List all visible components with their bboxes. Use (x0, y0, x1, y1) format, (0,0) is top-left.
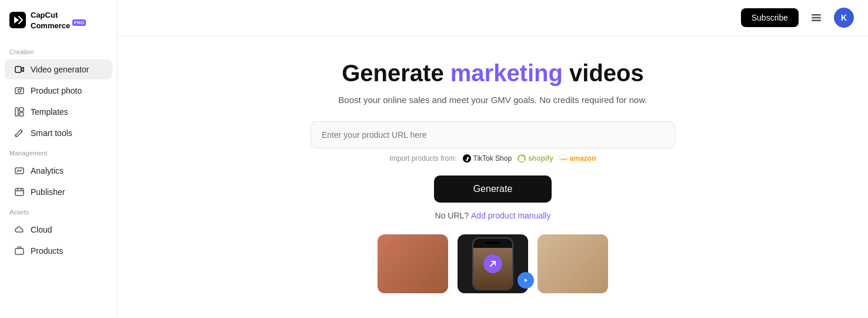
preview-card-2-wrapper (458, 234, 528, 293)
tools-icon (14, 128, 25, 138)
logo-icon (9, 12, 26, 28)
tiktok-label: TikTok Shop (473, 154, 512, 163)
no-url-text: No URL? (435, 211, 469, 220)
sidebar-item-label: Smart tools (31, 128, 72, 138)
shopify-icon (518, 154, 526, 163)
no-url-row: No URL? Add product manually (435, 211, 551, 220)
svg-rect-1 (15, 67, 21, 72)
play-icon (522, 277, 529, 284)
sidebar-item-label: Analytics (31, 166, 64, 175)
sidebar-item-video-generator[interactable]: Video generator (5, 59, 112, 80)
hero-title: Generate marketing videos (342, 59, 644, 87)
url-input[interactable] (311, 121, 675, 148)
svg-rect-2 (15, 88, 24, 94)
svg-rect-5 (15, 108, 18, 116)
generate-button[interactable]: Generate (434, 175, 552, 203)
cloud-icon (14, 224, 25, 235)
svg-text:amzn: amzn (560, 157, 567, 161)
amazon-platform: amzn amazon (559, 154, 596, 163)
add-manually-link[interactable]: Add product manually (471, 211, 550, 220)
pro-badge: PRO (72, 19, 86, 26)
svg-rect-14 (812, 20, 821, 22)
hero-title-accent: marketing (450, 60, 563, 86)
svg-rect-13 (812, 17, 821, 19)
hero-title-part2: videos (563, 60, 644, 86)
svg-rect-10 (15, 188, 24, 196)
svg-rect-12 (812, 14, 821, 16)
phone-notch (486, 241, 500, 244)
section-creation: Creation (0, 42, 117, 59)
sidebar-item-label: Templates (31, 107, 68, 117)
amazon-icon: amzn (559, 154, 567, 163)
arrow-icon (489, 260, 497, 268)
svg-point-3 (18, 90, 21, 92)
sidebar-item-analytics[interactable]: Analytics (5, 161, 112, 181)
sidebar-item-products[interactable]: Products (5, 241, 112, 261)
hero-section: Generate marketing videos Boost your onl… (118, 36, 868, 305)
layout-button[interactable] (806, 7, 827, 28)
sidebar-item-label: Products (31, 246, 63, 256)
svg-point-8 (16, 135, 17, 137)
hero-subtitle: Boost your online sales and meet your GM… (338, 95, 647, 105)
sidebar-item-product-photo[interactable]: Product photo (5, 81, 112, 101)
sidebar-item-cloud[interactable]: Cloud (5, 220, 112, 240)
shopify-label: shopify (528, 154, 553, 163)
sidebar-item-label: Cloud (31, 225, 52, 234)
products-icon (14, 246, 25, 256)
app-logo: CapCutCommerce PRO (0, 0, 117, 42)
sidebar-item-label: Publisher (31, 187, 65, 197)
analytics-icon (14, 165, 25, 176)
sidebar-item-publisher[interactable]: Publisher (5, 182, 112, 202)
purple-badge (483, 254, 502, 273)
svg-rect-6 (19, 108, 24, 111)
templates-icon (14, 107, 25, 117)
tiktok-shop-platform: TikTok Shop (463, 154, 512, 163)
amazon-label: amazon (570, 154, 596, 163)
main-content: Subscribe K Generate marketing videos Bo… (118, 0, 868, 318)
hero-title-part1: Generate (342, 60, 450, 86)
section-management: Management (0, 144, 117, 160)
preview-strip (366, 234, 620, 293)
import-row: Import products from: TikTok Shop shopif… (390, 154, 596, 163)
preview-card-1 (378, 234, 448, 293)
user-avatar[interactable]: K (834, 8, 854, 28)
video-icon (14, 64, 25, 75)
topbar: Subscribe K (118, 0, 868, 36)
blue-badge (518, 272, 534, 289)
url-input-wrapper (311, 121, 675, 148)
sidebar: CapCutCommerce PRO Creation Video genera… (0, 0, 118, 318)
svg-point-4 (21, 88, 22, 90)
sidebar-item-smart-tools[interactable]: Smart tools (5, 123, 112, 143)
sidebar-item-templates[interactable]: Templates (5, 102, 112, 122)
shopify-platform: shopify (518, 154, 553, 163)
sidebar-item-label: Product photo (31, 86, 82, 95)
tiktok-icon (463, 154, 471, 163)
section-assets: Assets (0, 203, 117, 219)
sidebar-item-label: Video generator (31, 65, 89, 74)
svg-rect-7 (19, 112, 24, 116)
subscribe-button[interactable]: Subscribe (741, 8, 799, 27)
publisher-icon (14, 187, 25, 197)
import-label: Import products from: (390, 154, 457, 163)
photo-icon (14, 85, 25, 96)
app-name: CapCutCommerce PRO (31, 11, 86, 30)
preview-card-3 (538, 234, 608, 293)
svg-rect-11 (15, 249, 24, 254)
layout-icon (810, 12, 822, 24)
